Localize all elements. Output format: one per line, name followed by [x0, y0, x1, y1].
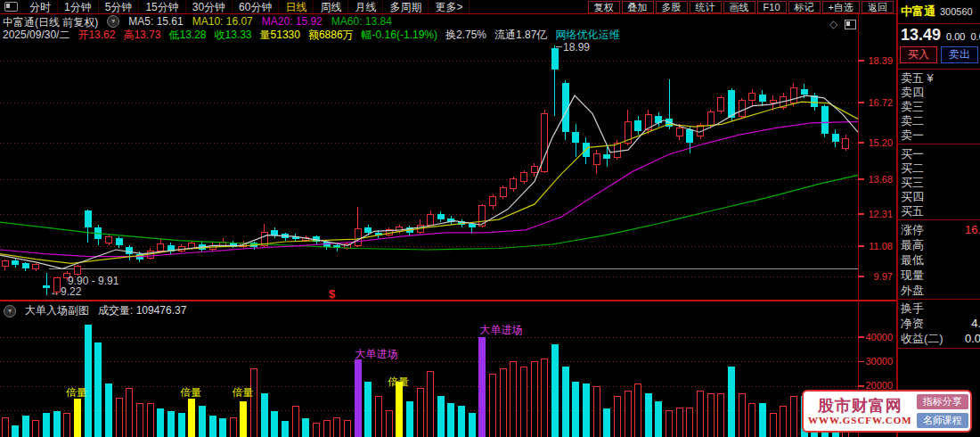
double-volume-label: 倍量 [180, 385, 201, 400]
volume-axis-label: 30000 [859, 356, 893, 367]
info-segment: 开13.62 [78, 28, 115, 43]
stat-row: 净资4. [901, 317, 980, 331]
stock-name: 中富通 [901, 4, 935, 20]
divider [898, 219, 980, 220]
stat-row-label: 净资 [901, 317, 924, 331]
chevron-down-icon[interactable]: ▾ [107, 15, 119, 28]
sell-level-row-label: 卖四 [901, 86, 924, 100]
watermark-text: 股市财富网 WWW.GSCFW.COM [808, 397, 912, 425]
buy-level-row-label: 买四 [901, 190, 924, 204]
price-axis-label: 13.68 [859, 174, 893, 185]
double-volume-label: 倍量 [66, 385, 87, 400]
period-tab[interactable]: 5分钟 [99, 1, 140, 13]
main-chart[interactable] [0, 0, 897, 437]
period-tab[interactable]: 周线 [314, 1, 348, 13]
split-panel-icon[interactable] [845, 20, 856, 29]
tool-button[interactable]: 叠加 [622, 1, 654, 13]
period-tab[interactable]: 日线 [279, 1, 314, 13]
buy-level-row-label: 买三 [901, 176, 924, 190]
sell-level-row[interactable]: 卖二 [901, 114, 980, 128]
stat-row-label: 收益(二) [901, 332, 943, 346]
stock-app-window: { "toolbar": { "periods": [ {"label":"分时… [0, 0, 980, 437]
info-segment: 流通1.87亿 [494, 28, 547, 43]
period-tab[interactable]: 月线 [348, 1, 383, 13]
stat-row-label: 最高 [901, 238, 924, 252]
price-row: 13.49 0.00 0.0 [901, 26, 980, 45]
sell-level-row[interactable]: 卖四 [901, 86, 980, 100]
stat-row-label: 最低 [901, 253, 924, 268]
price-axis-label: 9.97 [859, 271, 893, 282]
period-tab[interactable]: 30分钟 [186, 1, 233, 13]
watermark-title: 股市财富网 [818, 397, 902, 415]
stat-row: 现量 [901, 268, 980, 283]
tool-button[interactable]: 复权 [588, 1, 620, 13]
tool-button[interactable]: 多股 [656, 1, 688, 13]
last-price: 13.49 [901, 26, 941, 45]
stock-name-row: 中富通 300560 [901, 4, 973, 20]
low-price-annotation: ←9.22 [50, 285, 81, 298]
price-axis-label: 15.20 [859, 137, 893, 148]
info-segment: 额6886万 [308, 28, 354, 43]
chevron-down-icon[interactable]: ▾ [4, 305, 16, 317]
stat-row: 换手 [901, 301, 980, 316]
period-tab[interactable]: 15分钟 [139, 1, 185, 13]
watermark-banner: 股市财富网 WWW.GSCFW.COM 指标分享名师课程 [802, 390, 972, 433]
price-axis-label: 18.39 [859, 55, 893, 66]
info-segment: 低13.28 [168, 28, 206, 43]
period-tab[interactable]: 60分钟 [233, 1, 279, 13]
divider [898, 299, 980, 300]
stat-row: 外盘 [901, 284, 980, 298]
period-tab[interactable]: 1分钟 [58, 1, 99, 13]
buy-level-row-label: 买一 [901, 147, 924, 161]
tool-button[interactable]: 统计 [690, 1, 722, 13]
sell-level-row-label: 卖二 [901, 114, 924, 128]
info-segment: 高13.73 [123, 28, 160, 43]
sell-level-row[interactable]: 卖一 [901, 128, 980, 143]
price-change: 0.00 [946, 31, 965, 42]
info-segment: 收13.33 [215, 28, 252, 43]
watermark-badge[interactable]: 指标分享 [917, 394, 968, 409]
buy-level-row[interactable]: 买三 [901, 176, 980, 190]
price-axis-label: 11.08 [859, 241, 893, 251]
diamond-icon[interactable]: ◇ [829, 18, 837, 30]
watermark-badges: 指标分享名师课程 [917, 394, 968, 428]
tool-button[interactable]: 画线 [723, 1, 755, 13]
double-volume-label: 倍量 [388, 375, 409, 390]
tool-button[interactable]: F10 [757, 1, 787, 13]
info-segment: 量51330 [260, 28, 300, 43]
tool-button[interactable]: +自选 [822, 1, 860, 13]
stock-code: 300560 [940, 6, 973, 17]
stat-row-label: 外盘 [901, 284, 924, 298]
window-icon[interactable] [4, 2, 18, 12]
period-tabs: 分时1分钟5分钟15分钟30分钟60分钟日线周线月线多周期更多> [23, 1, 470, 13]
sell-button[interactable]: 卖出 [941, 46, 978, 63]
buy-level-row[interactable]: 买四 [901, 190, 980, 204]
big-order-label: 大单进场 [479, 323, 522, 338]
period-tab[interactable]: 多周期 [383, 1, 429, 13]
quote-panel: 中富通 300560 13.49 0.00 0.0 买入 卖出 卖五 ¥卖四卖三… [897, 0, 980, 437]
sell-level-row-label: 卖五 ¥ [901, 71, 934, 86]
volume-panel-title: 大单入场副图 [25, 303, 89, 318]
sell-level-row-label: 卖三 [901, 100, 924, 114]
sell-level-row[interactable]: 卖五 ¥ [901, 71, 980, 86]
buy-level-row-label: 买二 [901, 161, 924, 176]
buy-level-row[interactable]: 买二 [901, 161, 980, 176]
corner-icons: ◇ [829, 18, 856, 30]
info-segment: 换2.75% [445, 28, 486, 43]
tool-button[interactable]: 返回 [862, 1, 894, 13]
watermark-badge[interactable]: 名师课程 [917, 413, 968, 428]
stat-row-label: 涨停 [901, 223, 924, 237]
buy-level-row[interactable]: 买五 [901, 204, 980, 218]
period-tab[interactable]: 更多> [429, 1, 470, 13]
dollar-drawing-marker[interactable]: $ [329, 287, 335, 301]
sell-level-row[interactable]: 卖三 [901, 100, 980, 114]
watermark-url: WWW.GSCFW.COM [808, 415, 912, 425]
buy-button[interactable]: 买入 [900, 46, 937, 63]
sell-level-row-label: 卖一 [901, 128, 924, 143]
buy-level-row[interactable]: 买一 [901, 147, 980, 161]
info-segment: 幅-0.16(-1.19%) [362, 28, 437, 43]
tool-button[interactable]: 标记 [788, 1, 821, 13]
divider [898, 23, 980, 24]
divider [898, 144, 980, 144]
period-tab[interactable]: 分时 [23, 1, 58, 13]
